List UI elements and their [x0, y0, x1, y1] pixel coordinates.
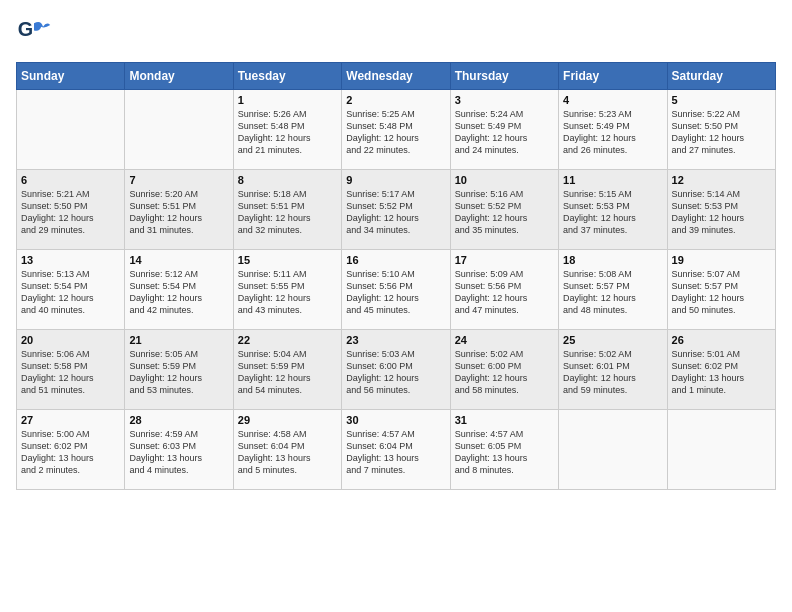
weekday-header-cell: Monday [125, 63, 233, 90]
day-info: Sunrise: 4:57 AM Sunset: 6:05 PM Dayligh… [455, 428, 554, 477]
day-number: 24 [455, 334, 554, 346]
calendar-week-row: 6Sunrise: 5:21 AM Sunset: 5:50 PM Daylig… [17, 170, 776, 250]
calendar-table: SundayMondayTuesdayWednesdayThursdayFrid… [16, 62, 776, 490]
calendar-day-cell [17, 90, 125, 170]
day-info: Sunrise: 5:08 AM Sunset: 5:57 PM Dayligh… [563, 268, 662, 317]
calendar-day-cell [125, 90, 233, 170]
calendar-day-cell: 28Sunrise: 4:59 AM Sunset: 6:03 PM Dayli… [125, 410, 233, 490]
logo: G [16, 16, 56, 52]
day-info: Sunrise: 5:01 AM Sunset: 6:02 PM Dayligh… [672, 348, 771, 397]
calendar-day-cell: 23Sunrise: 5:03 AM Sunset: 6:00 PM Dayli… [342, 330, 450, 410]
day-number: 14 [129, 254, 228, 266]
day-info: Sunrise: 5:02 AM Sunset: 6:00 PM Dayligh… [455, 348, 554, 397]
day-info: Sunrise: 5:03 AM Sunset: 6:00 PM Dayligh… [346, 348, 445, 397]
calendar-body: 1Sunrise: 5:26 AM Sunset: 5:48 PM Daylig… [17, 90, 776, 490]
day-number: 10 [455, 174, 554, 186]
calendar-day-cell: 31Sunrise: 4:57 AM Sunset: 6:05 PM Dayli… [450, 410, 558, 490]
day-number: 5 [672, 94, 771, 106]
day-info: Sunrise: 5:04 AM Sunset: 5:59 PM Dayligh… [238, 348, 337, 397]
day-number: 1 [238, 94, 337, 106]
weekday-header-cell: Wednesday [342, 63, 450, 90]
day-info: Sunrise: 5:24 AM Sunset: 5:49 PM Dayligh… [455, 108, 554, 157]
calendar-day-cell: 7Sunrise: 5:20 AM Sunset: 5:51 PM Daylig… [125, 170, 233, 250]
calendar-day-cell: 27Sunrise: 5:00 AM Sunset: 6:02 PM Dayli… [17, 410, 125, 490]
day-info: Sunrise: 5:23 AM Sunset: 5:49 PM Dayligh… [563, 108, 662, 157]
calendar-day-cell: 18Sunrise: 5:08 AM Sunset: 5:57 PM Dayli… [559, 250, 667, 330]
calendar-day-cell: 3Sunrise: 5:24 AM Sunset: 5:49 PM Daylig… [450, 90, 558, 170]
weekday-header-cell: Thursday [450, 63, 558, 90]
day-number: 2 [346, 94, 445, 106]
calendar-day-cell [559, 410, 667, 490]
calendar-day-cell: 6Sunrise: 5:21 AM Sunset: 5:50 PM Daylig… [17, 170, 125, 250]
calendar-week-row: 13Sunrise: 5:13 AM Sunset: 5:54 PM Dayli… [17, 250, 776, 330]
calendar-day-cell: 8Sunrise: 5:18 AM Sunset: 5:51 PM Daylig… [233, 170, 341, 250]
calendar-day-cell: 16Sunrise: 5:10 AM Sunset: 5:56 PM Dayli… [342, 250, 450, 330]
day-info: Sunrise: 4:58 AM Sunset: 6:04 PM Dayligh… [238, 428, 337, 477]
day-number: 4 [563, 94, 662, 106]
day-number: 20 [21, 334, 120, 346]
calendar-day-cell: 19Sunrise: 5:07 AM Sunset: 5:57 PM Dayli… [667, 250, 775, 330]
day-info: Sunrise: 5:14 AM Sunset: 5:53 PM Dayligh… [672, 188, 771, 237]
day-info: Sunrise: 5:12 AM Sunset: 5:54 PM Dayligh… [129, 268, 228, 317]
day-number: 19 [672, 254, 771, 266]
calendar-day-cell: 21Sunrise: 5:05 AM Sunset: 5:59 PM Dayli… [125, 330, 233, 410]
calendar-day-cell: 2Sunrise: 5:25 AM Sunset: 5:48 PM Daylig… [342, 90, 450, 170]
calendar-day-cell: 15Sunrise: 5:11 AM Sunset: 5:55 PM Dayli… [233, 250, 341, 330]
weekday-header-cell: Saturday [667, 63, 775, 90]
day-number: 25 [563, 334, 662, 346]
day-info: Sunrise: 5:25 AM Sunset: 5:48 PM Dayligh… [346, 108, 445, 157]
calendar-day-cell: 20Sunrise: 5:06 AM Sunset: 5:58 PM Dayli… [17, 330, 125, 410]
calendar-week-row: 27Sunrise: 5:00 AM Sunset: 6:02 PM Dayli… [17, 410, 776, 490]
calendar-day-cell: 30Sunrise: 4:57 AM Sunset: 6:04 PM Dayli… [342, 410, 450, 490]
weekday-header-row: SundayMondayTuesdayWednesdayThursdayFrid… [17, 63, 776, 90]
day-number: 3 [455, 94, 554, 106]
calendar-day-cell: 4Sunrise: 5:23 AM Sunset: 5:49 PM Daylig… [559, 90, 667, 170]
day-number: 21 [129, 334, 228, 346]
day-info: Sunrise: 4:59 AM Sunset: 6:03 PM Dayligh… [129, 428, 228, 477]
day-number: 7 [129, 174, 228, 186]
day-number: 15 [238, 254, 337, 266]
day-info: Sunrise: 5:20 AM Sunset: 5:51 PM Dayligh… [129, 188, 228, 237]
calendar-day-cell [667, 410, 775, 490]
page-header: G [16, 16, 776, 52]
day-info: Sunrise: 5:13 AM Sunset: 5:54 PM Dayligh… [21, 268, 120, 317]
calendar-day-cell: 10Sunrise: 5:16 AM Sunset: 5:52 PM Dayli… [450, 170, 558, 250]
day-info: Sunrise: 5:10 AM Sunset: 5:56 PM Dayligh… [346, 268, 445, 317]
day-info: Sunrise: 5:05 AM Sunset: 5:59 PM Dayligh… [129, 348, 228, 397]
calendar-day-cell: 26Sunrise: 5:01 AM Sunset: 6:02 PM Dayli… [667, 330, 775, 410]
calendar-week-row: 1Sunrise: 5:26 AM Sunset: 5:48 PM Daylig… [17, 90, 776, 170]
day-number: 29 [238, 414, 337, 426]
calendar-day-cell: 17Sunrise: 5:09 AM Sunset: 5:56 PM Dayli… [450, 250, 558, 330]
calendar-day-cell: 29Sunrise: 4:58 AM Sunset: 6:04 PM Dayli… [233, 410, 341, 490]
day-info: Sunrise: 5:02 AM Sunset: 6:01 PM Dayligh… [563, 348, 662, 397]
day-number: 6 [21, 174, 120, 186]
calendar-day-cell: 12Sunrise: 5:14 AM Sunset: 5:53 PM Dayli… [667, 170, 775, 250]
day-number: 31 [455, 414, 554, 426]
day-number: 26 [672, 334, 771, 346]
weekday-header-cell: Friday [559, 63, 667, 90]
logo-icon: G [16, 16, 52, 52]
day-info: Sunrise: 5:22 AM Sunset: 5:50 PM Dayligh… [672, 108, 771, 157]
weekday-header-cell: Sunday [17, 63, 125, 90]
day-number: 22 [238, 334, 337, 346]
day-number: 17 [455, 254, 554, 266]
day-info: Sunrise: 5:00 AM Sunset: 6:02 PM Dayligh… [21, 428, 120, 477]
calendar-day-cell: 25Sunrise: 5:02 AM Sunset: 6:01 PM Dayli… [559, 330, 667, 410]
day-number: 23 [346, 334, 445, 346]
day-info: Sunrise: 5:06 AM Sunset: 5:58 PM Dayligh… [21, 348, 120, 397]
day-number: 16 [346, 254, 445, 266]
day-number: 13 [21, 254, 120, 266]
day-number: 11 [563, 174, 662, 186]
day-info: Sunrise: 5:18 AM Sunset: 5:51 PM Dayligh… [238, 188, 337, 237]
day-info: Sunrise: 5:09 AM Sunset: 5:56 PM Dayligh… [455, 268, 554, 317]
day-info: Sunrise: 5:11 AM Sunset: 5:55 PM Dayligh… [238, 268, 337, 317]
calendar-day-cell: 1Sunrise: 5:26 AM Sunset: 5:48 PM Daylig… [233, 90, 341, 170]
day-info: Sunrise: 5:21 AM Sunset: 5:50 PM Dayligh… [21, 188, 120, 237]
day-info: Sunrise: 5:15 AM Sunset: 5:53 PM Dayligh… [563, 188, 662, 237]
day-info: Sunrise: 5:26 AM Sunset: 5:48 PM Dayligh… [238, 108, 337, 157]
calendar-day-cell: 9Sunrise: 5:17 AM Sunset: 5:52 PM Daylig… [342, 170, 450, 250]
calendar-day-cell: 14Sunrise: 5:12 AM Sunset: 5:54 PM Dayli… [125, 250, 233, 330]
day-info: Sunrise: 4:57 AM Sunset: 6:04 PM Dayligh… [346, 428, 445, 477]
day-number: 12 [672, 174, 771, 186]
weekday-header-cell: Tuesday [233, 63, 341, 90]
